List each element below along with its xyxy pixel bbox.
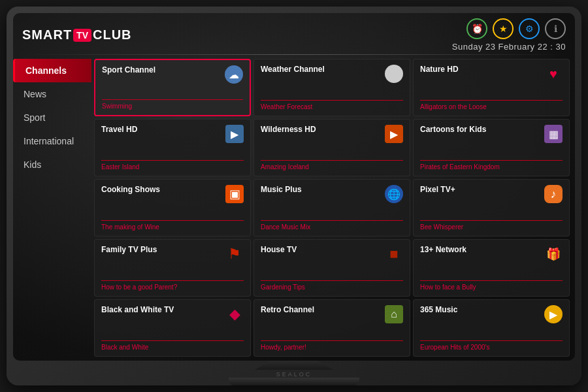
sidebar-item-international[interactable]: International bbox=[13, 129, 91, 153]
channel-card-13[interactable]: Retro Channel⌂Howdy, partner! bbox=[253, 299, 410, 357]
timer-icon: ⏰ bbox=[472, 24, 483, 34]
channel-icon-12: ◆ bbox=[225, 305, 244, 323]
sidebar-item-sport[interactable]: Sport bbox=[13, 106, 91, 129]
channel-card-11[interactable]: 13+ Network🎁How to face a Bully bbox=[413, 239, 570, 297]
logo-tv-badge: TV bbox=[73, 29, 91, 42]
timer-button[interactable]: ⏰ bbox=[466, 18, 487, 39]
channel-icon-1 bbox=[385, 65, 403, 83]
channel-program-4: Amazing Iceland bbox=[261, 163, 403, 171]
sidebar: ChannelsNewsSportInternationalKids bbox=[13, 55, 91, 361]
channel-card-7[interactable]: Music Plus🌐Dance Music Mix bbox=[253, 179, 410, 237]
channel-name-10: House TV bbox=[261, 245, 385, 254]
settings-icon: ⚙ bbox=[525, 24, 534, 34]
channel-icon-7: 🌐 bbox=[385, 185, 403, 203]
channel-icon-13: ⌂ bbox=[385, 305, 403, 323]
channel-icon-3: ▶ bbox=[225, 125, 244, 143]
main-layout: ChannelsNewsSportInternationalKids Sport… bbox=[13, 55, 575, 361]
channel-program-13: Howdy, partner! bbox=[261, 344, 403, 351]
channel-icon-6: ▣ bbox=[225, 185, 244, 203]
channel-icon-5: ▦ bbox=[544, 125, 563, 143]
channel-name-2: Nature HD bbox=[420, 65, 544, 74]
channel-name-13: Retro Channel bbox=[261, 305, 385, 314]
channel-program-0: Swimming bbox=[102, 103, 243, 110]
sidebar-item-channels[interactable]: Channels bbox=[13, 59, 91, 82]
logo: SMART TV CLUB bbox=[22, 27, 132, 42]
channel-card-2[interactable]: Nature HD♥Alligators on the Loose bbox=[413, 59, 570, 116]
channel-card-12[interactable]: Black and White TV◆Black and White bbox=[94, 299, 251, 357]
header-right: ⏰ ★ ⚙ ℹ Sunday 23 February 22 : 30 bbox=[452, 18, 566, 52]
logo-smart-text: SMART bbox=[22, 27, 72, 42]
channel-name-14: 365 Music bbox=[420, 305, 544, 314]
channel-name-4: Wilderness HD bbox=[261, 125, 385, 134]
channel-grid: Sport Channel☁SwimmingWeather ChannelWea… bbox=[91, 55, 575, 361]
channel-program-11: How to face a Bully bbox=[420, 284, 563, 291]
channel-program-12: Black and White bbox=[101, 344, 244, 351]
channel-card-1[interactable]: Weather ChannelWeather Forecast bbox=[253, 59, 410, 116]
channel-card-4[interactable]: Wilderness HD▶Amazing Iceland bbox=[253, 119, 410, 176]
datetime-display: Sunday 23 February 22 : 30 bbox=[452, 42, 566, 52]
channel-program-9: How to be a good Parent? bbox=[101, 284, 244, 291]
header-icons: ⏰ ★ ⚙ ℹ bbox=[466, 18, 566, 39]
channel-program-3: Easter Island bbox=[101, 163, 244, 171]
channel-program-6: The making of Wine bbox=[101, 223, 244, 231]
channel-name-8: Pixel TV+ bbox=[420, 185, 544, 194]
sidebar-item-news[interactable]: News bbox=[13, 82, 91, 106]
channel-icon-14: ▶ bbox=[544, 305, 563, 323]
channel-name-0: Sport Channel bbox=[102, 65, 225, 74]
channel-icon-8: ♪ bbox=[544, 185, 563, 203]
channel-program-2: Alligators on the Loose bbox=[420, 103, 563, 110]
channel-name-9: Family TV Plus bbox=[101, 245, 225, 254]
channel-card-6[interactable]: Cooking Shows▣The making of Wine bbox=[94, 179, 251, 237]
sidebar-item-kids[interactable]: Kids bbox=[13, 153, 91, 176]
channel-card-3[interactable]: Travel HD▶Easter Island bbox=[94, 119, 251, 176]
star-icon: ★ bbox=[499, 24, 508, 34]
channel-card-9[interactable]: Family TV Plus⚑How to be a good Parent? bbox=[94, 239, 251, 297]
channel-icon-2: ♥ bbox=[544, 65, 563, 83]
channel-card-10[interactable]: House TV■Gardening Tips bbox=[253, 239, 410, 297]
channel-program-14: European Hits of 2000's bbox=[420, 344, 563, 351]
favorites-button[interactable]: ★ bbox=[493, 18, 514, 39]
channel-icon-0: ☁ bbox=[225, 65, 243, 84]
channel-program-8: Bee Whisperer bbox=[420, 223, 563, 231]
brand-label: SEALOC bbox=[276, 371, 312, 378]
channel-name-1: Weather Channel bbox=[261, 65, 385, 74]
logo-club-text: CLUB bbox=[93, 27, 132, 42]
channel-icon-4: ▶ bbox=[385, 125, 403, 143]
channel-program-10: Gardening Tips bbox=[261, 284, 403, 291]
channel-icon-9: ⚑ bbox=[225, 245, 244, 263]
header: SMART TV CLUB ⏰ ★ ⚙ bbox=[13, 13, 575, 54]
channel-program-1: Weather Forecast bbox=[261, 103, 403, 110]
info-button[interactable]: ℹ bbox=[545, 18, 566, 39]
channel-name-11: 13+ Network bbox=[420, 245, 544, 254]
settings-button[interactable]: ⚙ bbox=[519, 18, 540, 39]
tv-frame: SMART TV CLUB ⏰ ★ ⚙ bbox=[7, 7, 581, 385]
channel-program-7: Dance Music Mix bbox=[261, 223, 403, 231]
channel-card-5[interactable]: Cartoons for Kids▦Pirates of Eastern Kin… bbox=[413, 119, 570, 176]
channel-name-12: Black and White TV bbox=[101, 305, 225, 314]
channel-card-0[interactable]: Sport Channel☁Swimming bbox=[94, 59, 251, 116]
channel-program-5: Pirates of Eastern Kingdom bbox=[420, 163, 563, 171]
channel-icon-11: 🎁 bbox=[544, 245, 563, 263]
stand-neck bbox=[255, 361, 333, 370]
channel-name-6: Cooking Shows bbox=[101, 185, 225, 194]
channel-icon-10: ■ bbox=[385, 245, 403, 263]
tv-stand: SEALOC bbox=[229, 361, 359, 385]
tv-screen: SMART TV CLUB ⏰ ★ ⚙ bbox=[13, 13, 575, 361]
channel-name-3: Travel HD bbox=[101, 125, 225, 134]
channel-card-8[interactable]: Pixel TV+♪Bee Whisperer bbox=[413, 179, 570, 237]
info-icon: ℹ bbox=[554, 24, 557, 34]
stand-base bbox=[229, 378, 359, 385]
channel-card-14[interactable]: 365 Music▶European Hits of 2000's bbox=[413, 299, 570, 357]
channel-name-5: Cartoons for Kids bbox=[420, 125, 544, 134]
channel-name-7: Music Plus bbox=[261, 185, 385, 194]
